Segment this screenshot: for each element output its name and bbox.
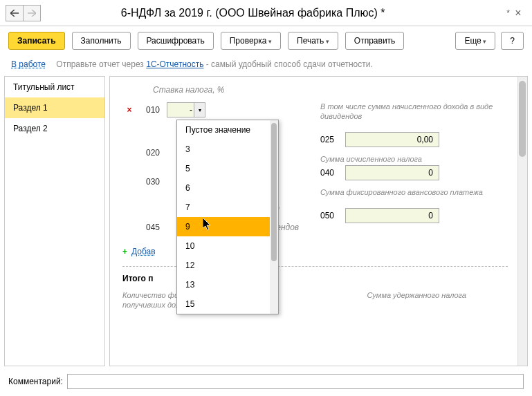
dropdown-option[interactable]: 6 — [177, 178, 278, 198]
label-040: Сумма исчисленного налога — [320, 154, 514, 164]
label-025: В том числе сумма начисленного дохода в … — [320, 102, 514, 131]
footer-right-label: Сумма удержанного налога — [367, 290, 466, 310]
sidebar-item-title-page[interactable]: Титульный лист — [5, 77, 104, 97]
dropdown-option[interactable]: 5 — [177, 159, 278, 178]
comment-label: Комментарий: — [8, 377, 63, 386]
sidebar: Титульный лист Раздел 1 Раздел 2 — [4, 76, 105, 366]
send-button[interactable]: Отправить — [345, 32, 405, 50]
nav-forward-button[interactable] — [23, 5, 41, 21]
nav-back-button[interactable] — [6, 5, 24, 21]
status-state[interactable]: В работе — [11, 59, 46, 69]
dropdown-option[interactable]: 13 — [177, 275, 278, 294]
row-code-010: 010 — [136, 105, 160, 115]
tax-rate-dropdown: Пустое значение3567910121315 — [176, 120, 279, 314]
code-040: 040 — [320, 168, 345, 178]
window-title: 6-НДФЛ за 2019 г. (ООО Швейная фабрика П… — [41, 7, 465, 19]
close-icon[interactable]: × — [510, 7, 526, 19]
fill-button[interactable]: Заполнить — [72, 32, 131, 50]
tax-rate-dropdown-toggle[interactable]: ▾ — [194, 103, 205, 117]
print-button[interactable]: Печать — [288, 32, 338, 50]
comment-input[interactable] — [67, 374, 524, 389]
dropdown-option[interactable]: Пустое значение — [177, 120, 278, 140]
sidebar-item-section-1[interactable]: Раздел 1 — [5, 97, 104, 118]
delete-row-icon[interactable]: × — [122, 105, 136, 115]
help-button[interactable]: ? — [501, 32, 524, 50]
input-050[interactable] — [345, 208, 439, 223]
more-button[interactable]: Еще — [455, 32, 495, 50]
label-050: Сумма фиксированного авансового платежа — [320, 187, 514, 207]
row-code-030: 030 — [136, 177, 160, 187]
sidebar-item-section-2[interactable]: Раздел 2 — [5, 118, 104, 139]
row-code-045: 045 — [136, 223, 160, 232]
dropdown-option[interactable]: 15 — [177, 294, 278, 314]
check-button[interactable]: Проверка — [221, 32, 281, 50]
dropdown-option[interactable]: 12 — [177, 256, 278, 275]
dropdown-option[interactable]: 10 — [177, 236, 278, 256]
content-scrollbar[interactable] — [517, 77, 527, 366]
code-050: 050 — [320, 211, 345, 220]
input-025[interactable] — [345, 132, 439, 147]
section-title: Ставка налога, % — [153, 85, 508, 95]
row-code-020: 020 — [136, 148, 160, 158]
input-040[interactable] — [345, 165, 439, 180]
add-row-link[interactable]: Добав — [131, 247, 156, 256]
status-hint: Отправьте отчет через 1С-Отчетность - са… — [56, 59, 372, 69]
detail-button[interactable]: Расшифровать — [138, 32, 214, 50]
content-panel: Ставка налога, % × 010 ▾ Пустое значение… — [109, 76, 528, 366]
dropdown-scrollbar[interactable] — [270, 120, 278, 314]
dropdown-option[interactable]: 7 — [177, 198, 278, 217]
dropdown-option[interactable]: 9 — [177, 217, 278, 236]
add-row-icon[interactable]: + — [122, 247, 127, 256]
code-025: 025 — [320, 135, 345, 144]
write-button[interactable]: Записать — [8, 32, 65, 50]
status-1c-link[interactable]: 1С-Отчетность — [146, 59, 203, 69]
dropdown-option[interactable]: 3 — [177, 140, 278, 159]
